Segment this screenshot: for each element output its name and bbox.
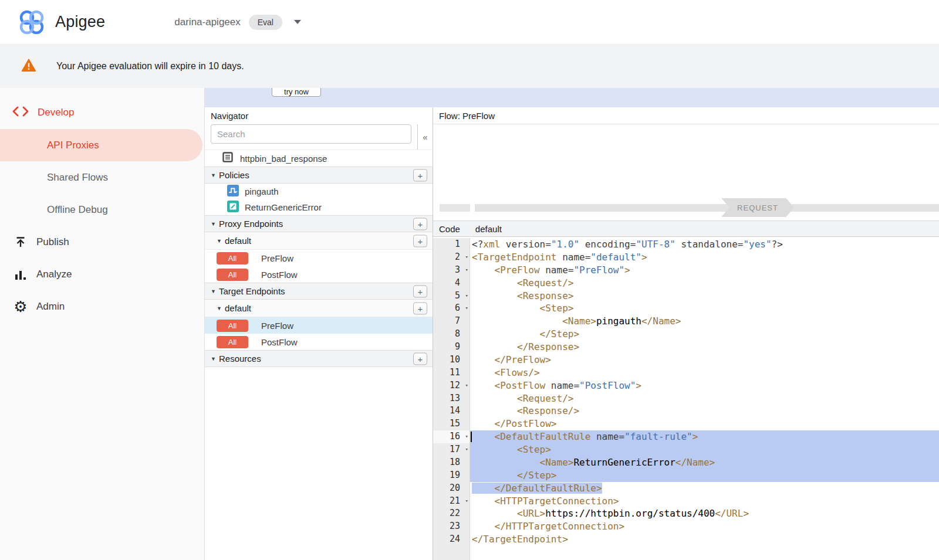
code-line[interactable]: 14 <Response/>: [433, 405, 939, 418]
code-line[interactable]: 3▾ <PreFlow name="PreFlow">: [433, 264, 939, 277]
add-proxy-endpoint-button[interactable]: +: [413, 218, 427, 230]
sidebar-item-publish[interactable]: Publish: [0, 226, 204, 258]
code-line[interactable]: 24</TargetEndpoint>: [433, 533, 939, 546]
tree-item-proxy[interactable]: httpbin_bad_response: [205, 150, 433, 167]
code-line-content[interactable]: <Step>: [470, 443, 939, 456]
code-editor[interactable]: 1<?xml version="1.0" encoding="UTF-8" st…: [433, 237, 939, 560]
line-number[interactable]: 22: [433, 507, 470, 520]
line-number[interactable]: 14: [433, 405, 470, 418]
sidebar-item-shared-flows[interactable]: Shared Flows: [0, 161, 204, 194]
sidebar-item-offline-debug[interactable]: Offline Debug: [0, 194, 204, 226]
code-line[interactable]: 19 </Step>: [433, 469, 939, 482]
code-line-content[interactable]: </PreFlow>: [470, 354, 939, 366]
code-line[interactable]: 11 <Flows/>: [433, 366, 939, 379]
line-number[interactable]: 9: [433, 341, 470, 354]
code-line-content[interactable]: </Step>: [470, 328, 939, 341]
line-number[interactable]: 7: [433, 315, 470, 328]
code-line[interactable]: 1<?xml version="1.0" encoding="UTF-8" st…: [433, 238, 939, 251]
line-number[interactable]: 8: [433, 328, 470, 341]
collapse-triangle-icon[interactable]: ▼: [211, 356, 219, 362]
sidebar-item-admin[interactable]: ⚙ Admin: [0, 290, 204, 323]
code-line[interactable]: 16▾ <DefaultFaultRule name="fault-rule">: [433, 430, 939, 443]
code-line-content[interactable]: </HTTPTargetConnection>: [470, 520, 939, 533]
tree-item-target-postflow[interactable]: All PostFlow: [205, 334, 433, 350]
code-line-content[interactable]: <Response/>: [470, 405, 939, 418]
line-number[interactable]: 11: [433, 366, 470, 379]
code-line[interactable]: 7 <Name>pingauth</Name>: [433, 315, 939, 328]
add-resource-button[interactable]: +: [413, 352, 427, 365]
line-number[interactable]: 18: [433, 456, 470, 469]
tree-group-target-default[interactable]: ▼ default +: [205, 300, 433, 317]
code-empty-area[interactable]: [470, 546, 939, 560]
code-line[interactable]: 21▾ <HTTPTargetConnection>: [433, 495, 939, 508]
code-line-content[interactable]: <?xml version="1.0" encoding="UTF-8" sta…: [470, 238, 939, 251]
code-line-content[interactable]: <TargetEndpoint name="default">: [470, 251, 939, 264]
code-line-content[interactable]: </Step>: [470, 469, 939, 482]
code-line[interactable]: 9 </Response>: [433, 341, 939, 354]
code-line[interactable]: 10 </PreFlow>: [433, 354, 939, 366]
code-line-content[interactable]: <URL>https://httpbin.org/status/400</URL…: [470, 507, 939, 520]
line-number[interactable]: 23: [433, 520, 470, 533]
line-number[interactable]: 2▾: [433, 251, 470, 264]
code-line[interactable]: 4 <Request/>: [433, 277, 939, 290]
tree-item-proxy-postflow[interactable]: All PostFlow: [205, 266, 433, 283]
line-number[interactable]: 24: [433, 533, 470, 546]
code-line-content[interactable]: <HTTPTargetConnection>: [470, 495, 939, 508]
code-line-content[interactable]: </TargetEndpoint>: [470, 533, 939, 546]
tree-item-target-preflow-selected[interactable]: All PreFlow: [205, 317, 433, 334]
code-line[interactable]: 23 </HTTPTargetConnection>: [433, 520, 939, 533]
search-input[interactable]: [211, 124, 411, 144]
code-line-content[interactable]: <Response>: [470, 290, 939, 303]
org-switcher-caret-icon[interactable]: [294, 20, 301, 24]
tree-item-proxy-preflow[interactable]: All PreFlow: [205, 250, 433, 266]
fold-toggle-icon[interactable]: ▾: [465, 290, 468, 303]
line-number[interactable]: 21▾: [433, 495, 470, 508]
code-line-content[interactable]: <DefaultFaultRule name="fault-rule">: [470, 430, 939, 443]
sidebar-item-api-proxies[interactable]: API Proxies: [0, 129, 202, 161]
line-number[interactable]: 17▾: [433, 443, 470, 456]
code-line-content[interactable]: <Name>pingauth</Name>: [470, 315, 939, 328]
code-line-content[interactable]: <PostFlow name="PostFlow">: [470, 379, 939, 392]
code-line[interactable]: 15 </PostFlow>: [433, 418, 939, 430]
line-number[interactable]: 3▾: [433, 264, 470, 277]
code-line-content[interactable]: <Flows/>: [470, 366, 939, 379]
code-line[interactable]: 5▾ <Response>: [433, 290, 939, 303]
code-tab-default[interactable]: default: [475, 224, 502, 234]
tree-group-proxy-default[interactable]: ▼ default +: [205, 232, 433, 250]
collapse-panel-icon[interactable]: «: [423, 132, 427, 142]
add-target-endpoint-button[interactable]: +: [413, 285, 427, 297]
tree-section-resources[interactable]: ▼ Resources +: [205, 350, 433, 367]
line-number[interactable]: 4: [433, 277, 470, 290]
code-line[interactable]: 20 </DefaultFaultRule>: [433, 482, 939, 495]
code-line-content[interactable]: <Request/>: [470, 277, 939, 290]
code-line[interactable]: 2▾<TargetEndpoint name="default">: [433, 251, 939, 264]
fold-toggle-icon[interactable]: ▾: [465, 251, 468, 264]
line-number[interactable]: 16▾: [433, 430, 470, 443]
add-flow-button[interactable]: +: [413, 235, 427, 247]
tree-section-target-endpoints[interactable]: ▼ Target Endpoints +: [205, 283, 433, 300]
code-line[interactable]: 22 <URL>https://httpbin.org/status/400</…: [433, 507, 939, 520]
fold-toggle-icon[interactable]: ▾: [465, 430, 468, 443]
fold-toggle-icon[interactable]: ▾: [465, 495, 468, 508]
line-number[interactable]: 15: [433, 418, 470, 430]
code-line-content[interactable]: <Name>ReturnGenericError</Name>: [470, 456, 939, 469]
add-policy-button[interactable]: +: [413, 169, 427, 181]
line-number[interactable]: 19: [433, 469, 470, 482]
code-line-content[interactable]: <Request/>: [470, 392, 939, 405]
collapse-triangle-icon[interactable]: ▼: [217, 306, 225, 311]
code-line-content[interactable]: </PostFlow>: [470, 418, 939, 430]
sidebar-section-develop[interactable]: Develop: [0, 102, 204, 123]
code-line-content[interactable]: </DefaultFaultRule>: [470, 482, 939, 495]
code-line[interactable]: 12▾ <PostFlow name="PostFlow">: [433, 379, 939, 392]
line-number[interactable]: 5▾: [433, 290, 470, 303]
try-now-button[interactable]: try now: [272, 88, 321, 97]
code-line[interactable]: 8 </Step>: [433, 328, 939, 341]
sidebar-item-analyze[interactable]: Analyze: [0, 258, 204, 290]
tree-item-policy-pingauth[interactable]: pingauth: [205, 184, 433, 199]
code-line-content[interactable]: <PreFlow name="PreFlow">: [470, 264, 939, 277]
flow-canvas[interactable]: REQUEST: [433, 124, 939, 221]
line-number[interactable]: 1: [433, 238, 470, 251]
tree-section-proxy-endpoints[interactable]: ▼ Proxy Endpoints +: [205, 215, 433, 232]
code-line[interactable]: 13 <Request/>: [433, 392, 939, 405]
tree-item-policy-returngenericerror[interactable]: ReturnGenericError: [205, 199, 433, 215]
